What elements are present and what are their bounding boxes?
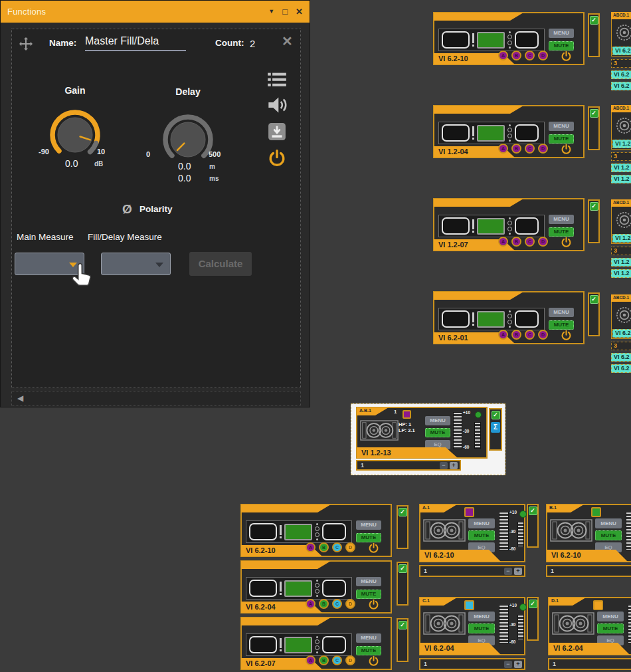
device-name-plate[interactable]: VI 6.2-10 (547, 550, 628, 562)
menu-button[interactable]: MENU (356, 520, 381, 530)
channel-d-indicator[interactable]: D (538, 330, 548, 340)
device-name-plate[interactable]: VI 6.2-10 (420, 550, 501, 562)
channel-color-indicator[interactable] (464, 507, 474, 517)
device-name-bar[interactable]: VI 6.2 (611, 82, 631, 90)
amp-row-vi62-01[interactable]: MENU MUTE VI 6.2-01 A B C D (433, 291, 585, 344)
device-name-bar[interactable]: VI 6.2 (611, 70, 631, 79)
channel-d-indicator[interactable]: D (345, 542, 355, 552)
speaker-panel-c1[interactable]: C.1 MENU MUTE EQ +10 -30 -60 VI 6.2-04 (419, 597, 525, 655)
move-icon[interactable] (19, 37, 33, 51)
increment-button[interactable]: + (514, 661, 522, 668)
gain-knob[interactable] (45, 105, 105, 165)
channel-b-indicator[interactable]: B (511, 51, 521, 60)
menu-button[interactable]: MENU (549, 308, 574, 317)
functions-footer-bar[interactable]: ◀ (11, 391, 301, 406)
group-tab[interactable]: ABCD.1 (611, 199, 631, 207)
select-strip[interactable]: ✓ (588, 199, 600, 243)
increment-button[interactable]: + (514, 568, 522, 575)
device-name-plate[interactable]: VI 1.2-13 (357, 447, 458, 458)
power-icon[interactable] (368, 599, 379, 610)
menu-button[interactable]: MENU (597, 612, 624, 621)
selected-checkbox[interactable]: ✓ (590, 16, 598, 25)
group-bar[interactable]: 1 (546, 565, 631, 577)
chevron-down-icon[interactable] (155, 263, 163, 267)
device-name-bar[interactable]: VI 1.2 (611, 269, 631, 278)
mute-button[interactable]: MUTE (356, 533, 381, 542)
select-strip[interactable]: ✓ (588, 106, 600, 150)
selected-checkbox[interactable]: ✓ (529, 600, 537, 608)
menu-button[interactable]: MENU (549, 122, 574, 131)
channel-b-indicator[interactable]: B (511, 237, 521, 247)
amp-row-vi62-07-b[interactable]: MENU MUTE VI 6.2-07 A B C D (240, 617, 392, 670)
channel-a-indicator[interactable]: A (306, 655, 316, 665)
selected-checkbox[interactable]: ✓ (399, 508, 407, 516)
group-tab[interactable]: ABCD.1 (611, 105, 631, 112)
device-name-plate[interactable]: VI 6.2-04 (420, 643, 501, 655)
channel-color-indicator[interactable] (591, 507, 601, 517)
channel-d-indicator[interactable]: D (345, 655, 355, 665)
decrement-button[interactable]: − (504, 568, 512, 575)
channel-b-indicator[interactable]: B (319, 599, 329, 609)
power-icon[interactable] (368, 655, 379, 667)
edge-speaker-group[interactable]: ABCD.1 VI 1.2 3 VI 1.2 VI 1.2 (611, 199, 631, 278)
amp-row-vi62-04-b[interactable]: MENU MUTE VI 6.2-04 A B C D (240, 560, 392, 614)
menu-button[interactable]: MENU (595, 518, 622, 528)
channel-b-indicator[interactable]: B (319, 655, 329, 665)
select-strip[interactable]: ✓ (588, 292, 600, 336)
power-icon[interactable] (561, 51, 572, 62)
speaker-volume-icon[interactable] (267, 96, 287, 114)
amp-row-vi62-10[interactable]: MENU MUTE VI 6.2-10 A B C D (433, 12, 585, 65)
decrement-button[interactable]: − (504, 661, 512, 668)
device-name-bar[interactable]: VI 6.2 (611, 364, 631, 373)
channel-b-indicator[interactable]: B (511, 144, 521, 154)
list-view-icon[interactable] (267, 70, 287, 89)
calculate-button[interactable]: Calculate (189, 252, 252, 276)
sum-icon[interactable]: Σ (491, 422, 500, 433)
mute-button[interactable]: MUTE (597, 623, 624, 633)
fill-delay-measure-dropdown[interactable] (101, 253, 171, 275)
group-tab[interactable]: ABCD.1 (611, 12, 631, 19)
channel-color-indicator[interactable] (593, 600, 603, 610)
channel-c-indicator[interactable]: C (525, 144, 535, 154)
mute-button[interactable]: MUTE (549, 227, 574, 237)
speaker-icon-panel[interactable]: VI 6.2 (611, 302, 631, 339)
increment-button[interactable]: + (450, 462, 458, 469)
speaker-icon-panel[interactable]: VI 6.2 (611, 19, 631, 56)
group-bar[interactable]: 1 − + (419, 658, 525, 670)
amp-row-vi12-04[interactable]: MENU MUTE VI 1.2-04 A B C D (433, 105, 585, 158)
device-name-bar[interactable]: VI 1.2 (612, 234, 631, 243)
device-name-plate[interactable]: VI 6.2-04 (549, 643, 630, 655)
selected-checkbox[interactable]: ✓ (529, 506, 537, 515)
device-name-bar[interactable]: VI 6.2 (612, 329, 631, 338)
channel-c-indicator[interactable]: C (332, 655, 342, 665)
channel-d-indicator[interactable]: D (538, 144, 548, 154)
channel-c-indicator[interactable]: C (525, 237, 535, 247)
edge-speaker-group[interactable]: ABCD.1 VI 6.2 3 VI 6.2 VI 6.2 (611, 12, 631, 90)
select-strip[interactable]: ✓ (527, 504, 539, 548)
power-icon[interactable] (561, 237, 572, 248)
speaker-icon-panel[interactable]: VI 1.2 (611, 207, 631, 244)
channel-a-indicator[interactable]: A (306, 599, 316, 609)
menu-button[interactable]: MENU (356, 577, 381, 586)
channel-a-indicator[interactable]: A (498, 330, 508, 340)
mute-button[interactable]: MUTE (468, 623, 495, 633)
menu-button[interactable]: MENU (549, 29, 574, 38)
power-icon[interactable] (561, 330, 572, 341)
mute-button[interactable]: MUTE (549, 320, 574, 330)
speaker-panel-a1[interactable]: A.1 MENU MUTE EQ +10 -30 -60 VI 6.2-10 (419, 504, 525, 562)
select-strip[interactable]: ✓ (588, 13, 600, 57)
menu-button[interactable]: MENU (468, 518, 495, 528)
edge-speaker-group[interactable]: ABCD.1 VI 6.2 3 VI 6.2 VI 6.2 (611, 294, 631, 373)
edge-speaker-group[interactable]: ABCD.1 VI 1.2 3 VI 1.2 VI 1.2 (611, 105, 631, 183)
channel-a-indicator[interactable]: A (498, 51, 508, 60)
selected-checkbox[interactable]: ✓ (399, 564, 407, 573)
selected-checkbox[interactable]: ✓ (590, 295, 598, 304)
mute-button[interactable]: MUTE (425, 428, 450, 437)
mute-button[interactable]: MUTE (356, 590, 381, 599)
select-strip[interactable]: ✓ (397, 618, 408, 662)
channel-d-indicator[interactable]: D (538, 51, 548, 60)
menu-button[interactable]: MENU (356, 633, 381, 643)
close-icon[interactable]: ✕ (296, 7, 303, 16)
speaker-panel-d1[interactable]: D.1 MENU MUTE EQ VI 6.2-04 (548, 597, 631, 655)
channel-color-indicator[interactable] (403, 410, 411, 419)
